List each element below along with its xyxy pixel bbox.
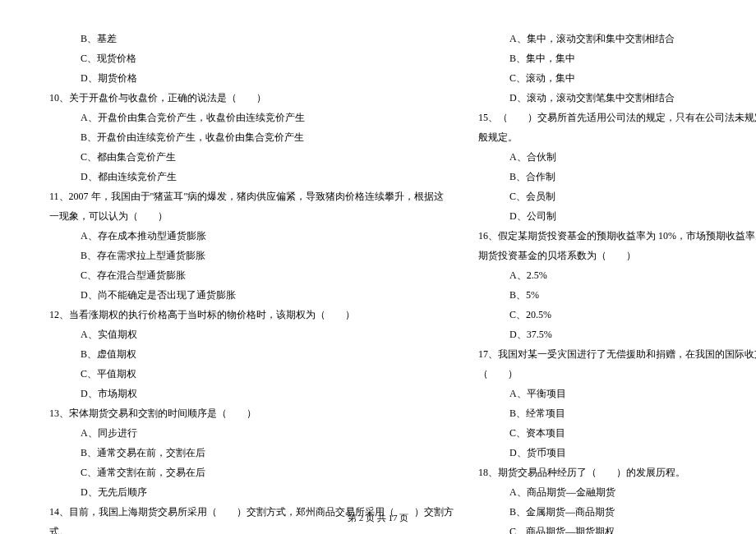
q9-option-c: C、现货价格	[49, 48, 454, 68]
q11-option-a: A、存在成本推动型通货膨胀	[49, 226, 454, 246]
q9-option-b: B、基差	[49, 29, 454, 48]
q11-option-c: C、存在混合型通货膨胀	[49, 265, 454, 285]
right-column: A、集中，滚动交割和集中交割相结合 B、集中，集中 C、滚动，集中 D、滚动，滚…	[478, 29, 756, 534]
q13-option-a: A、同步进行	[49, 423, 454, 443]
q14-option-a: A、集中，滚动交割和集中交割相结合	[478, 29, 756, 48]
q12-text: 12、当看涨期权的执行价格高于当时标的物价格时，该期权为（ ）	[49, 305, 454, 325]
q11-option-b: B、存在需求拉上型通货膨胀	[49, 246, 454, 265]
q13-option-c: C、通常交割在前，交易在后	[49, 463, 454, 482]
q12-option-b: B、虚值期权	[49, 344, 454, 364]
q15-text: 15、（ ）交易所首先适用公司法的规定，只有在公司法未规定的情况下，才适用民法的…	[478, 108, 756, 127]
q15-option-d: D、公司制	[478, 206, 756, 226]
q16-option-b: B、5%	[478, 285, 756, 305]
q15-option-b: B、合作制	[478, 167, 756, 186]
q10-option-b: B、开盘价由连续竞价产生，收盘价由集合竞价产生	[49, 127, 454, 147]
q17-text: 17、我国对某一受灾国进行了无偿援助和捐赠，在我国的国际收支平衡表中，这笔款项应…	[478, 344, 756, 364]
q16-cont: 期货投资基金的贝塔系数为（ ）	[478, 246, 756, 265]
q11-cont: 一现象，可以认为（ ）	[49, 206, 454, 226]
exam-page: B、基差 C、现货价格 D、期货价格 10、关于开盘价与收盘价，正确的说法是（ …	[0, 0, 756, 534]
q13-option-b: B、通常交易在前，交割在后	[49, 443, 454, 463]
q16-option-d: D、37.5%	[478, 325, 756, 344]
q14-option-b: B、集中，集中	[478, 48, 756, 68]
q9-option-d: D、期货价格	[49, 68, 454, 88]
q10-text: 10、关于开盘价与收盘价，正确的说法是（ ）	[49, 88, 454, 108]
q12-option-c: C、平值期权	[49, 364, 454, 384]
q15-cont: 般规定。	[478, 127, 756, 147]
q17-cont: （ ）	[478, 364, 756, 384]
q11-text: 11、2007 年，我国由于"猪蓝耳"病的爆发，猪肉供应偏紧，导致猪肉价格连续攀…	[49, 186, 454, 206]
q13-option-d: D、无先后顺序	[49, 482, 454, 502]
left-column: B、基差 C、现货价格 D、期货价格 10、关于开盘价与收盘价，正确的说法是（ …	[49, 29, 454, 534]
q14-option-c: C、滚动，集中	[478, 68, 756, 88]
q16-text: 16、假定某期货投资基金的预期收益率为 10%，市场预期收益率为 20%，无风险…	[478, 226, 756, 246]
q14-option-d: D、滚动，滚动交割笔集中交割相结合	[478, 88, 756, 108]
q13-text: 13、宋体期货交易和交割的时间顺序是（ ）	[49, 403, 454, 423]
q10-option-c: C、都由集合竞价产生	[49, 147, 454, 167]
q18-text: 18、期货交易品种经历了（ ）的发展历程。	[478, 463, 756, 482]
q11-option-d: D、尚不能确定是否出现了通货膨胀	[49, 285, 454, 305]
q12-option-a: A、实值期权	[49, 325, 454, 344]
q12-option-d: D、市场期权	[49, 384, 454, 403]
q17-option-b: B、经常项目	[478, 403, 756, 423]
q17-option-a: A、平衡项目	[478, 384, 756, 403]
q18-option-a: A、商品期货—金融期货	[478, 482, 756, 502]
q17-option-d: D、货币项目	[478, 443, 756, 463]
q10-option-a: A、开盘价由集合竞价产生，收盘价由连续竞价产生	[49, 108, 454, 127]
q16-option-a: A、2.5%	[478, 265, 756, 285]
q15-option-c: C、会员制	[478, 186, 756, 206]
q15-option-a: A、合伙制	[478, 147, 756, 167]
q16-option-c: C、20.5%	[478, 305, 756, 325]
q17-option-c: C、资本项目	[478, 423, 756, 443]
q10-option-d: D、都由连续竞价产生	[49, 167, 454, 186]
page-footer: 第 2 页 共 17 页	[0, 512, 756, 524]
